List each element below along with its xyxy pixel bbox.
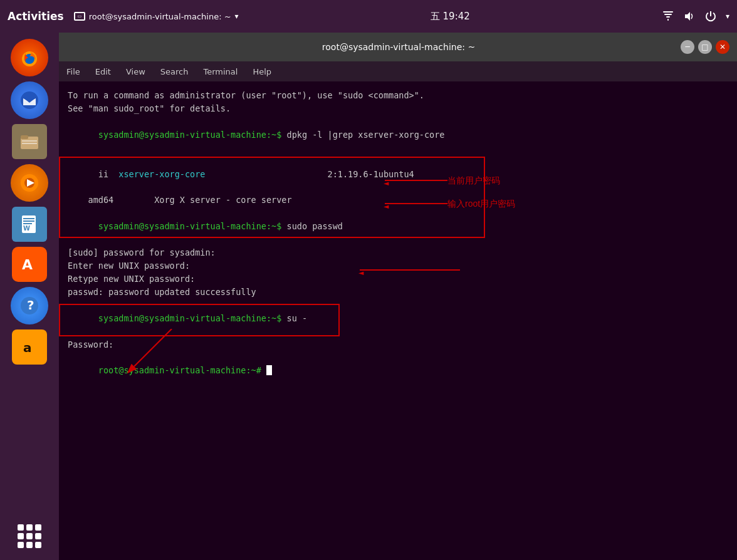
- prompt-6: sysadmin@sysadmin-virtual-machine:~$: [98, 221, 287, 231]
- terminal-dropdown-icon: ▾: [235, 12, 239, 21]
- minimize-button[interactable]: ─: [681, 40, 694, 54]
- activities-label[interactable]: Activities: [8, 10, 64, 23]
- datetime-label: 五 19:42: [431, 11, 470, 22]
- output-line-9: Retype new UNIX password:: [68, 272, 728, 286]
- topbar-right: ▾: [662, 10, 729, 23]
- prompt-11: sysadmin@sysadmin-virtual-machine:~$: [98, 313, 287, 323]
- prompt-3: sysadmin@sysadmin-virtual-machine:~$: [98, 130, 287, 140]
- output-line-10: passwd: password updated successfully: [68, 286, 728, 299]
- topbar-center: 五 19:42: [431, 11, 470, 23]
- output-line-3: sysadmin@sysadmin-virtual-machine:~$ dpk…: [68, 115, 728, 155]
- sidebar-item-thunderbird[interactable]: [11, 81, 48, 119]
- cmd-11: su -: [287, 313, 308, 323]
- output-line-1: To run a command as administrator (user …: [68, 89, 728, 102]
- sidebar-item-show-apps[interactable]: [12, 519, 47, 554]
- window-buttons: ─ □ ✕: [681, 40, 729, 54]
- menu-terminal[interactable]: Terminal: [201, 66, 240, 78]
- svg-rect-17: [23, 218, 34, 219]
- terminal-menubar: File Edit View Search Terminal Help: [59, 61, 737, 81]
- svg-rect-18: [23, 220, 34, 222]
- terminal-window: root@sysadmin-virtual-machine: ~ ─ □ ✕ F…: [59, 33, 737, 560]
- svg-rect-11: [22, 143, 37, 144]
- topbar-left: Activities ▭ root@sysadmin-virtual-machi…: [8, 10, 239, 23]
- topbar: Activities ▭ root@sysadmin-virtual-machi…: [0, 0, 737, 33]
- network-icon[interactable]: [662, 10, 674, 23]
- output-line-5: amd64 Xorg X server - core server: [68, 194, 728, 207]
- power-chevron[interactable]: ▾: [726, 12, 729, 21]
- sidebar-item-files[interactable]: [12, 124, 47, 159]
- svg-text:?: ?: [27, 298, 34, 313]
- svg-marker-4: [685, 12, 690, 21]
- terminal-indicator[interactable]: ▭ root@sysadmin-virtual-machine: ~ ▾: [74, 12, 239, 21]
- output-line-4: ii xserver-xorg-core 2:1.19.6-1ubuntu4: [68, 155, 728, 194]
- terminal-app-label: root@sysadmin-virtual-machine: ~: [89, 12, 231, 21]
- prompt-13: root@sysadmin-virtual-machine:~#: [98, 365, 266, 375]
- svg-text:a: a: [23, 340, 32, 355]
- output-line-13: root@sysadmin-virtual-machine:~#: [68, 351, 728, 390]
- menu-search[interactable]: Search: [158, 66, 191, 78]
- terminal-body[interactable]: To run a command as administrator (user …: [59, 81, 737, 560]
- output-line-2: See "man sudo_root" for details.: [68, 102, 728, 115]
- volume-icon[interactable]: [683, 10, 696, 23]
- menu-view[interactable]: View: [123, 66, 148, 78]
- close-button[interactable]: ✕: [716, 40, 729, 54]
- menu-edit[interactable]: Edit: [93, 66, 113, 78]
- menu-help[interactable]: Help: [250, 66, 274, 78]
- apps-grid-icon: [18, 524, 41, 548]
- sidebar: W A ? a: [0, 33, 59, 560]
- output-line-11: sysadmin@sysadmin-virtual-machine:~$ su …: [68, 299, 728, 338]
- output-line-12: Password:: [68, 338, 728, 351]
- svg-rect-9: [21, 135, 28, 139]
- svg-text:W: W: [23, 225, 30, 232]
- svg-rect-1: [664, 14, 672, 15]
- sidebar-item-firefox[interactable]: [11, 39, 48, 76]
- sidebar-item-writer[interactable]: W: [12, 207, 47, 242]
- svg-rect-0: [663, 11, 673, 13]
- sidebar-item-rhythmbox[interactable]: [11, 164, 48, 202]
- output-line-8: Enter new UNIX password:: [68, 259, 728, 272]
- sidebar-item-appstore[interactable]: A: [12, 247, 47, 282]
- cmd-6: sudo passwd: [287, 221, 343, 231]
- terminal-titlebar: root@sysadmin-virtual-machine: ~ ─ □ ✕: [59, 33, 737, 61]
- power-icon[interactable]: [704, 10, 717, 23]
- output-line-6: sysadmin@sysadmin-virtual-machine:~$ sud…: [68, 207, 728, 246]
- svg-rect-3: [667, 19, 669, 21]
- sidebar-item-help[interactable]: ?: [11, 287, 48, 324]
- svg-rect-19: [23, 223, 32, 224]
- svg-rect-2: [666, 16, 670, 18]
- menu-file[interactable]: File: [64, 66, 83, 78]
- output-line-7: [sudo] password for sysadmin:: [68, 246, 728, 259]
- terminal-title: root@sysadmin-virtual-machine: ~: [117, 42, 681, 52]
- cmd-3: dpkg -l |grep xserver-xorg-core: [287, 130, 445, 140]
- terminal-small-icon: ▭: [74, 12, 85, 21]
- svg-rect-10: [22, 140, 37, 142]
- cursor: [266, 365, 272, 375]
- svg-text:A: A: [22, 257, 33, 272]
- sidebar-item-amazon[interactable]: a: [12, 329, 47, 365]
- maximize-button[interactable]: □: [698, 40, 712, 54]
